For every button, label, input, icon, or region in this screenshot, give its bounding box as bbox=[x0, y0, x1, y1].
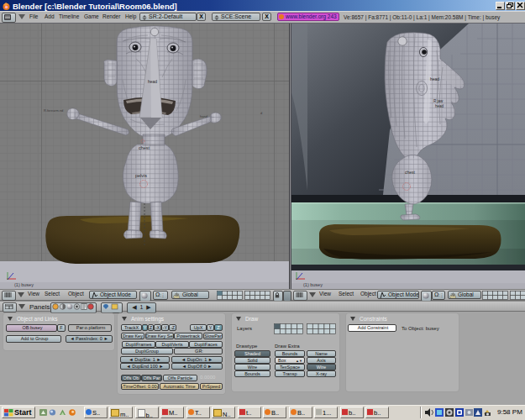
svg-text:head: head bbox=[435, 104, 444, 108]
svg-text:chest: chest bbox=[405, 170, 416, 175]
svg-text:head: head bbox=[430, 76, 439, 81]
svg-text:hand: hand bbox=[200, 114, 207, 118]
svg-text:head: head bbox=[148, 79, 157, 84]
svg-text:d: d bbox=[260, 111, 262, 115]
svg-text:R.jaw: R.jaw bbox=[433, 99, 444, 103]
svg-text:R.forearm.nd: R.forearm.nd bbox=[44, 108, 63, 113]
svg-text:(1) busey: (1) busey bbox=[303, 282, 323, 287]
svg-text:pelvis: pelvis bbox=[135, 173, 147, 178]
svg-text:(1) busey: (1) busey bbox=[14, 282, 34, 287]
svg-text:chest: chest bbox=[139, 145, 150, 150]
